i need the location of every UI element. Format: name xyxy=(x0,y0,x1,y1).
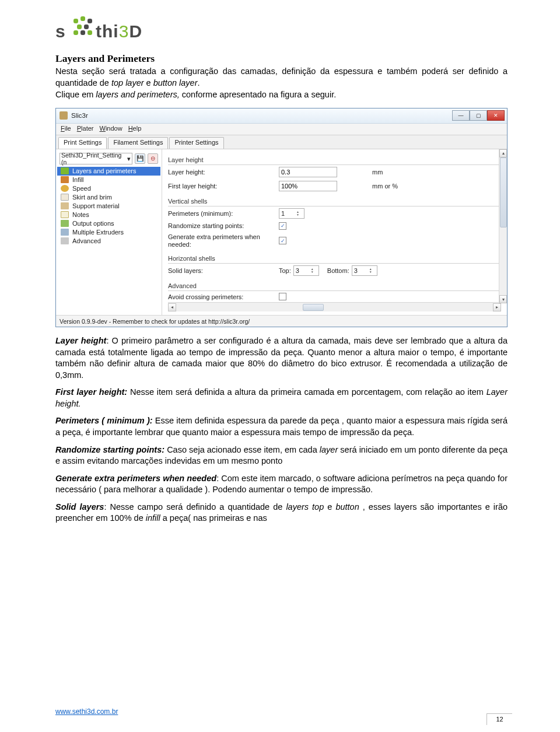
sidebar-item-label: Speed xyxy=(72,185,91,192)
output-icon xyxy=(61,220,69,227)
scroll-thumb[interactable] xyxy=(303,304,324,311)
tab-printer-settings[interactable]: Printer Settings xyxy=(169,137,223,149)
text: : O primeiro parâmetro a ser configurado… xyxy=(55,336,508,380)
term-italic: button xyxy=(335,502,359,512)
spinner-arrows-icon: ▲▼ xyxy=(296,211,302,216)
unit: mm or % xyxy=(372,183,398,190)
status-bar: Version 0.9.9-dev - Remember to check fo… xyxy=(56,315,507,327)
minimize-button[interactable]: — xyxy=(452,110,470,121)
menu-plater[interactable]: Plater xyxy=(77,125,94,134)
term-italic: infill xyxy=(146,513,160,523)
section-vertical: Vertical shells xyxy=(168,195,501,206)
settings-panel: Layer height Layer height: mm First laye… xyxy=(162,149,507,315)
text: a peça( nas primeiras e nas xyxy=(160,513,267,523)
para-generate-extra: Generate extra perimeters when needed: C… xyxy=(55,473,508,496)
para-first-layer: First layer height: Nesse item será defi… xyxy=(55,387,508,409)
solid-top-spinner[interactable]: 3▲▼ xyxy=(293,265,319,276)
sidebar-item-output[interactable]: Output options xyxy=(57,219,160,228)
field-layer-height: Layer height: mm xyxy=(168,165,501,179)
field-first-layer: First layer height: mm or % xyxy=(168,179,501,193)
avoid-crossing-checkbox[interactable] xyxy=(279,293,286,300)
label: Randomize starting points: xyxy=(168,222,279,229)
page-number: 12 xyxy=(487,713,512,725)
profile-dropdown[interactable]: Sethi3D_Print_Setting (n▾ xyxy=(60,153,132,164)
support-icon xyxy=(61,202,69,209)
sidebar-item-skirt[interactable]: Skirt and brim xyxy=(57,193,160,202)
tab-print-settings[interactable]: Print Settings xyxy=(58,137,107,149)
wrench-icon xyxy=(61,237,69,244)
term: Randomize starting points: xyxy=(55,445,164,454)
text: e xyxy=(324,502,335,512)
menu-bar: File Plater Window Help xyxy=(56,124,507,135)
sidebar-item-layers[interactable]: Layers and perimeters xyxy=(57,167,160,176)
sidebar-item-support[interactable]: Support material xyxy=(57,202,160,211)
tab-filament-settings[interactable]: Filament Settings xyxy=(108,137,168,149)
text: . xyxy=(197,78,200,87)
term: Generate extra perimeters when needed xyxy=(55,474,216,483)
tab-strip: Print Settings Filament Settings Printer… xyxy=(56,135,507,149)
maximize-button[interactable]: ▢ xyxy=(470,110,487,121)
delete-profile-button[interactable]: ⊖ xyxy=(148,153,158,164)
para-randomize: Randomize starting points: Caso seja aci… xyxy=(55,444,508,467)
logo-s: s xyxy=(55,22,66,41)
field-randomize: Randomize starting points: ✓ xyxy=(168,220,501,232)
scroll-thumb[interactable] xyxy=(500,157,507,227)
menu-file[interactable]: File xyxy=(61,125,71,134)
save-profile-button[interactable]: 💾 xyxy=(135,153,145,164)
section-layer-height: Layer height xyxy=(168,154,501,165)
close-button[interactable]: ✕ xyxy=(487,110,505,121)
term: First layer height: xyxy=(55,387,127,397)
menu-help[interactable]: Help xyxy=(128,125,142,134)
scroll-track[interactable] xyxy=(176,303,493,311)
extra-perimeters-checkbox[interactable]: ✓ xyxy=(279,237,286,244)
term: Layer height xyxy=(55,336,106,345)
text: Nesse item será definida a altura da pri… xyxy=(127,387,487,397)
profile-name: Sethi3D_Print_Setting (n xyxy=(61,152,127,166)
sidebar-item-label: Infill xyxy=(72,176,84,183)
sidebar-item-notes[interactable]: Notes xyxy=(57,211,160,219)
sidebar-item-label: Notes xyxy=(72,211,89,218)
term-italic: layer xyxy=(320,445,338,454)
term-italic: layers top xyxy=(286,502,324,512)
scroll-down-icon[interactable]: ▾ xyxy=(499,295,507,303)
solid-bottom-spinner[interactable]: 3▲▼ xyxy=(352,265,377,276)
sidebar-item-label: Support material xyxy=(72,202,120,209)
field-avoid-crossing: Avoid crossing perimeters: xyxy=(168,291,501,302)
field-extra-perimeters: Generate extra perimeters when needed: ✓ xyxy=(168,232,501,250)
bottom-label: Bottom: xyxy=(327,267,349,274)
sidebar-item-infill[interactable]: Infill xyxy=(57,176,160,184)
sidebar-item-extruders[interactable]: Multiple Extruders xyxy=(57,228,160,237)
window-title: Slic3r xyxy=(71,112,88,119)
scroll-up-icon[interactable]: ▴ xyxy=(499,149,507,157)
label: First layer height: xyxy=(168,183,279,190)
randomize-checkbox[interactable]: ✓ xyxy=(279,222,286,230)
menu-window[interactable]: Window xyxy=(100,125,123,134)
text: : Nesse campo será definido a quantidade… xyxy=(104,502,286,512)
label: Solid layers: xyxy=(168,267,279,274)
first-layer-input[interactable] xyxy=(279,181,337,191)
term-italic: layers and perimeters, xyxy=(96,90,179,99)
sidebar: Sethi3D_Print_Setting (n▾ 💾 ⊖ Layers and… xyxy=(56,149,162,315)
para-perimeters: Perimeters ( minimum ): Esse item defini… xyxy=(55,415,508,438)
logo-dots-icon xyxy=(71,16,96,41)
vertical-scrollbar[interactable]: ▴ ▾ xyxy=(499,149,507,303)
logo: s thi3D xyxy=(55,13,508,44)
scroll-left-icon[interactable]: ◂ xyxy=(168,303,176,311)
app-icon xyxy=(60,111,68,120)
infill-icon xyxy=(61,176,69,183)
term: Solid layers xyxy=(55,502,104,512)
spinner-arrows-icon: ▲▼ xyxy=(311,268,317,274)
speed-icon xyxy=(61,185,69,192)
footer-link[interactable]: www.sethi3d.com.br xyxy=(55,708,508,716)
label: Generate extra perimeters when needed: xyxy=(168,233,279,248)
horizontal-scrollbar[interactable]: ◂ ▸ xyxy=(168,302,501,311)
sidebar-item-speed[interactable]: Speed xyxy=(57,184,160,193)
section-heading: Layers and Perimeters xyxy=(55,52,508,65)
sidebar-item-label: Advanced xyxy=(72,237,101,244)
unit: mm xyxy=(372,169,383,176)
intro-paragraph-2: Clique em layers and perimeters, conform… xyxy=(55,89,508,101)
sidebar-item-advanced[interactable]: Advanced xyxy=(57,237,160,246)
layer-height-input[interactable] xyxy=(279,167,337,177)
perimeters-spinner[interactable]: 1▲▼ xyxy=(279,208,304,219)
scroll-right-icon[interactable]: ▸ xyxy=(493,303,501,311)
